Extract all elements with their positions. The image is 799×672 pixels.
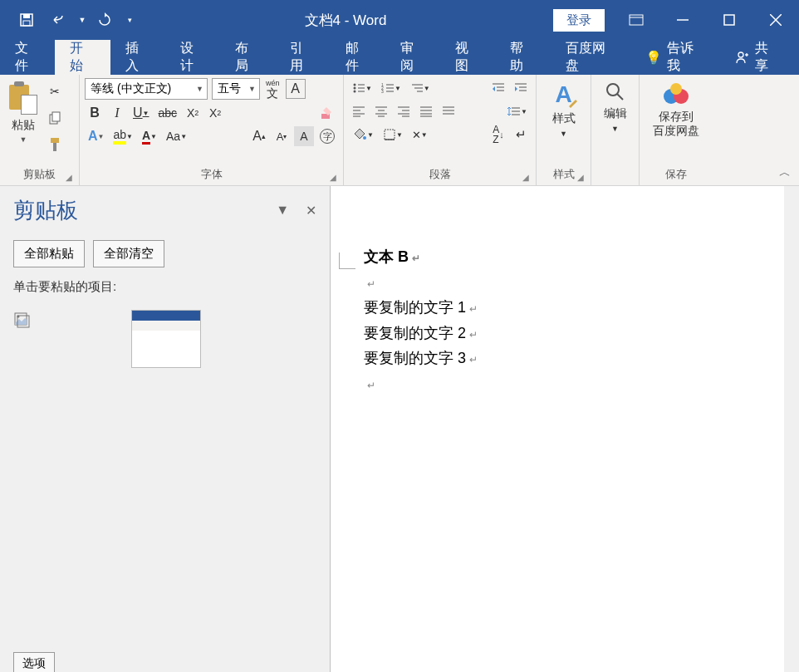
group-label-paragraph: 段落◢ [349,165,531,185]
change-case-icon[interactable]: Aa ▼ [163,126,190,146]
line-spacing-icon[interactable]: ▼ [504,101,531,121]
ribbon-display-icon[interactable] [613,0,659,40]
asian-layout-icon[interactable]: ✕ ▼ [409,125,431,145]
maximize-icon[interactable] [706,0,752,40]
undo-dropdown-icon[interactable]: ▼ [76,3,88,37]
styles-launcher-icon[interactable]: ◢ [577,173,584,182]
subscript-icon[interactable]: X2 [183,103,203,123]
minimize-icon[interactable] [659,0,706,40]
share-button[interactable]: 共享 [718,40,799,75]
clear-formatting-icon[interactable] [316,103,338,123]
save-icon[interactable] [10,3,43,37]
align-right-icon[interactable] [394,101,414,121]
font-family-select[interactable]: 等线 (中文正文)▼ [85,78,208,100]
margin-corner-icon [339,253,355,269]
character-shading-icon[interactable]: A [294,126,314,146]
sort-icon[interactable]: AZ↓ [488,125,508,145]
save-to-baidu-button[interactable]: 保存到百度网盘 [645,78,708,141]
font-launcher-icon[interactable]: ◢ [330,173,336,182]
qat-customize-icon[interactable]: ▾ [121,3,138,37]
pane-dropdown-icon[interactable]: ▼ [276,203,289,218]
tab-home[interactable]: 开始 [55,40,110,75]
cut-icon[interactable]: ✂ [45,81,65,101]
underline-icon[interactable]: U ▼ [130,103,152,123]
italic-icon[interactable]: I [107,103,127,123]
tab-mailings[interactable]: 邮件 [331,40,385,75]
enclose-characters-icon[interactable]: 字 [316,126,338,146]
document-area[interactable]: 文本 B↵ ↵ 要复制的文字 1↵ 要复制的文字 2↵ 要复制的文字 3↵ ↵ [331,186,799,672]
tab-design[interactable]: 设计 [165,40,220,75]
svg-point-21 [354,91,356,93]
bold-icon[interactable]: B [85,103,105,123]
multilevel-list-icon[interactable]: ▼ [407,78,434,98]
borders-icon[interactable]: ▼ [380,125,406,145]
align-distributed-icon[interactable] [439,101,458,121]
phonetic-guide-icon[interactable]: wén文 [262,79,283,99]
format-painter-icon[interactable] [45,135,65,155]
tab-view[interactable]: 视图 [440,40,495,75]
align-left-icon[interactable] [349,101,369,121]
tab-references[interactable]: 引用 [275,40,330,75]
collapse-ribbon-icon[interactable]: ︿ [779,165,791,180]
character-border-icon[interactable]: A [286,79,306,99]
tab-layout[interactable]: 布局 [220,40,275,75]
doc-heading[interactable]: 文本 B [364,248,409,265]
copy-icon[interactable] [45,108,65,128]
clipboard-thumbnail [131,310,201,368]
clipboard-options-button[interactable]: 选项 [13,652,55,672]
doc-line-3[interactable]: 要复制的文字 3 [364,350,466,366]
bullets-icon[interactable]: ▼ [349,78,375,98]
increase-indent-icon[interactable] [511,78,531,98]
pane-close-icon[interactable]: ✕ [306,203,316,218]
ribbon-group-font: 等线 (中文正文)▼ 五号▼ wén文 A B I U ▼ abc X2 X2 … [80,75,344,185]
svg-rect-14 [51,138,59,143]
group-label-styles: 样式◢ [542,165,586,185]
ribbon-group-editing: 编辑▼ [591,75,640,185]
tab-file[interactable]: 文件 [0,40,55,75]
group-label-editing [596,180,634,185]
clipboard-launcher-icon[interactable]: ◢ [66,173,72,182]
tab-help[interactable]: 帮助 [495,40,550,75]
tab-baidu-disk[interactable]: 百度网盘 [551,40,631,75]
font-size-select[interactable]: 五号▼ [212,78,260,100]
tab-review[interactable]: 审阅 [385,40,440,75]
document-content[interactable]: 文本 B↵ ↵ 要复制的文字 1↵ 要复制的文字 2↵ 要复制的文字 3↵ ↵ [364,244,799,397]
editing-button[interactable]: 编辑▼ [596,78,634,138]
align-center-icon[interactable] [371,101,391,121]
svg-point-17 [354,84,356,86]
shading-icon[interactable]: ▼ [349,125,377,145]
paste-button[interactable]: 粘贴 ▼ [5,78,42,147]
clipboard-item[interactable] [13,310,316,368]
close-icon[interactable] [752,0,799,40]
grow-font-icon[interactable]: A▴ [249,126,269,146]
paragraph-mark-icon: ↵ [367,380,375,391]
paste-all-button[interactable]: 全部粘贴 [13,240,85,267]
doc-line-2[interactable]: 要复制的文字 2 [364,325,466,341]
clear-all-button[interactable]: 全部清空 [93,240,164,267]
strikethrough-icon[interactable]: abc [154,103,180,123]
svg-text:3: 3 [381,89,384,94]
align-justify-icon[interactable] [416,101,436,121]
quick-access-toolbar: ▼ ▾ [0,3,138,37]
vertical-scrollbar[interactable] [784,186,799,672]
shrink-font-icon[interactable]: A▾ [272,126,292,146]
text-effects-icon[interactable]: A ▼ [85,126,107,146]
highlight-icon[interactable]: ab ▼ [110,126,136,146]
numbering-icon[interactable]: 123 ▼ [378,78,404,98]
svg-rect-15 [53,143,56,151]
undo-icon[interactable] [43,3,76,37]
decrease-indent-icon[interactable] [488,78,508,98]
styles-button[interactable]: A 样式▼ [542,78,586,143]
tell-me-search[interactable]: 💡 告诉我 [630,40,718,75]
group-label-save-cloud: 保存 [645,165,708,185]
font-color-icon[interactable]: A ▼ [139,126,160,146]
redo-icon[interactable] [88,3,121,37]
window-controls [613,0,799,40]
login-button[interactable]: 登录 [553,9,605,32]
tab-insert[interactable]: 插入 [110,40,165,75]
doc-line-1[interactable]: 要复制的文字 1 [364,299,466,316]
show-marks-icon[interactable]: ↵ [511,125,531,145]
superscript-icon[interactable]: X2 [205,103,225,123]
svg-point-19 [354,87,356,90]
paragraph-launcher-icon[interactable]: ◢ [522,173,529,182]
